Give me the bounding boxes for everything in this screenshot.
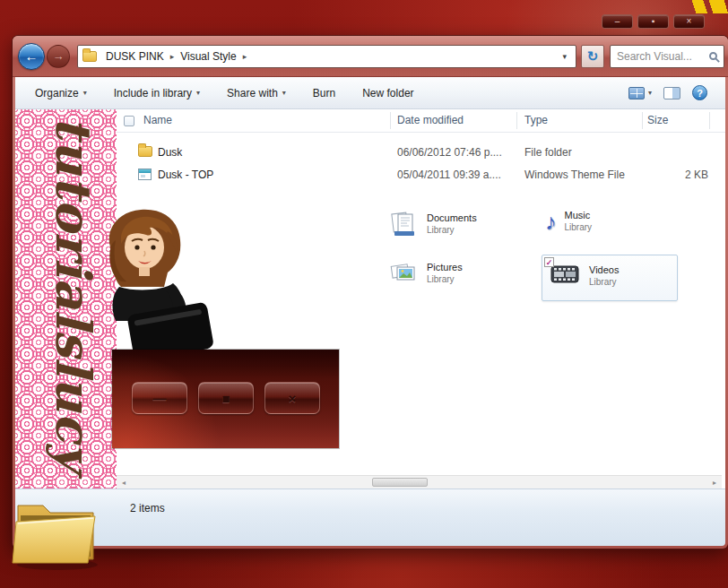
horizontal-scrollbar[interactable]: ◂ ▸	[117, 475, 722, 489]
close-button[interactable]: ×	[673, 14, 705, 29]
item-count: 2 items	[130, 502, 165, 514]
preview-pane-button[interactable]	[663, 87, 680, 99]
views-grid-icon	[628, 87, 645, 99]
theme-file-icon	[138, 169, 152, 180]
library-music[interactable]: ♪ MusicLibrary	[545, 210, 592, 233]
forward-button[interactable]: →	[47, 45, 70, 68]
preview-maximize-button: ■	[198, 382, 254, 414]
maximize-button[interactable]: ▪	[637, 14, 669, 29]
back-button[interactable]: ←	[18, 43, 45, 70]
column-header-type[interactable]: Type	[524, 114, 548, 126]
organize-button[interactable]: Organize ▾	[35, 87, 87, 99]
toolbar: Organize ▾ Include in library ▾ Share wi…	[15, 77, 725, 109]
refresh-button[interactable]: ↻	[581, 45, 604, 68]
forward-arrow-icon: →	[53, 49, 65, 63]
minimize-button[interactable]: –	[602, 14, 633, 29]
search-box[interactable]: Search Visual...	[610, 45, 724, 68]
pictures-library-icon	[388, 260, 419, 287]
wallpaper-artifact	[687, 0, 728, 13]
preview-close-button: ×	[264, 382, 320, 414]
share-with-button[interactable]: Share with ▾	[227, 87, 286, 99]
library-documents[interactable]: DocumentsLibrary	[388, 210, 477, 238]
chevron-down-icon: ▾	[282, 89, 286, 97]
search-placeholder: Search Visual...	[617, 50, 706, 63]
documents-library-icon	[388, 210, 419, 238]
breadcrumb-visual-style[interactable]: Visual Style	[175, 50, 241, 63]
refresh-icon: ↻	[587, 48, 599, 65]
breadcrumb-dusk-pink[interactable]: DUSK PINK	[100, 50, 169, 63]
search-icon	[709, 52, 717, 60]
chevron-down-icon: ▾	[196, 89, 200, 97]
scrollbar-thumb[interactable]	[372, 478, 428, 487]
change-view-button[interactable]: ▾	[628, 87, 652, 99]
file-row-dusk-top[interactable]: Dusk - TOP 05/04/2011 09:39 a.... Window…	[117, 164, 725, 186]
address-dropdown-icon[interactable]: ▾	[558, 52, 571, 61]
column-header-name[interactable]: Name	[143, 114, 172, 126]
cartoon-woman-illustration	[85, 201, 218, 358]
library-videos[interactable]: ✓ VideosLibrary	[549, 262, 619, 290]
library-pictures[interactable]: PicturesLibrary	[388, 260, 463, 287]
item-checkbox[interactable]: ✓	[544, 257, 554, 267]
back-arrow-icon: ←	[25, 48, 39, 64]
include-in-library-button[interactable]: Include in library ▾	[114, 87, 200, 99]
preview-minimize-button: —	[132, 382, 187, 414]
chevron-down-icon: ▾	[83, 89, 87, 97]
chevron-down-icon: ▾	[648, 89, 652, 97]
new-folder-button[interactable]: New folder	[362, 87, 413, 99]
folder-icon	[138, 146, 152, 157]
breadcrumb-separator-icon[interactable]: ▸	[242, 52, 248, 61]
scroll-right-icon[interactable]: ▸	[707, 476, 722, 489]
music-library-icon: ♪	[545, 211, 557, 233]
column-header-size[interactable]: Size	[647, 114, 668, 126]
details-pane-folder-icon	[11, 488, 100, 570]
navigation-bar: ← → DUSK PINK ▸ Visual Style ▸ ▾ ↻ Searc…	[13, 36, 728, 77]
address-bar[interactable]: DUSK PINK ▸ Visual Style ▸ ▾	[77, 45, 576, 68]
column-header-date-modified[interactable]: Date modified	[397, 114, 464, 126]
select-all-checkbox[interactable]	[124, 116, 134, 126]
file-row-dusk[interactable]: Dusk 06/06/2012 07:46 p.... File folder	[117, 142, 725, 164]
burn-button[interactable]: Burn	[313, 87, 335, 99]
status-bar: 2 items	[15, 489, 725, 546]
theme-preview-image: — ■ ×	[112, 350, 339, 448]
folder-icon	[82, 51, 97, 62]
help-button[interactable]: ?	[692, 85, 707, 100]
scroll-left-icon[interactable]: ◂	[117, 476, 131, 489]
column-headers: Name Date modified Type Size	[117, 109, 725, 133]
background-window-caption-buttons: – ▪ ×	[602, 14, 705, 29]
